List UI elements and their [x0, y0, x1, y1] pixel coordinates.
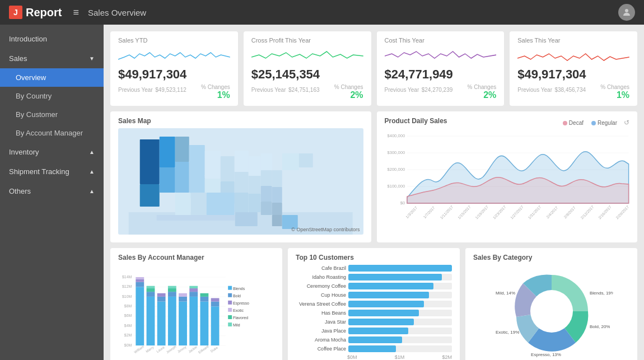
page-title: Sales Overview [88, 8, 618, 17]
svg-rect-118 [228, 308, 232, 312]
kpi-prev-value-3: $38,456,734 [554, 87, 586, 93]
top10-customers-card: Top 10 Customers Cafe Brazil Idaho Roast… [288, 248, 460, 360]
svg-rect-31 [272, 215, 282, 226]
sidebar-item-by-account-manager[interactable]: By Account Manager [0, 124, 104, 142]
product-chart-container: $400,000 $300,000 $200,000 $100,000 $0 [385, 130, 630, 237]
svg-rect-100 [200, 293, 208, 297]
kpi-prev-label-0: Previous Year [118, 87, 153, 93]
svg-text:$2M: $2M [124, 333, 132, 337]
svg-rect-11 [205, 151, 221, 179]
svg-rect-84 [157, 302, 166, 345]
sparkline-sales-this-year [517, 46, 629, 64]
svg-rect-122 [228, 322, 232, 326]
sidebar-item-by-country[interactable]: By Country [0, 87, 104, 105]
sidebar-label-others: Others [9, 187, 31, 195]
sidebar-item-others[interactable]: Others ▲ [0, 181, 104, 201]
svg-rect-101 [211, 306, 220, 345]
logo-j-letter: J [9, 6, 22, 19]
product-legend: Decaf Regular [563, 120, 617, 126]
svg-text:Mild, 14%: Mild, 14% [496, 291, 515, 296]
hbar-verena: Verena Street Coffee [296, 301, 452, 307]
kpi-change-val-0: 1% [201, 90, 230, 100]
kpi-change-label-0: % Changes [201, 84, 230, 90]
sidebar-item-sales[interactable]: Sales ▼ [0, 49, 104, 68]
svg-rect-88 [168, 292, 176, 297]
svg-rect-9 [189, 145, 205, 176]
sidebar-item-by-customer[interactable]: By Customer [0, 105, 104, 124]
kpi-card-sales-this-year: Sales This Year $49,917,304 Previous Yea… [510, 31, 637, 106]
bottom-row: Sales By Account Manager $14M $12M $10M … [110, 248, 637, 360]
sidebar-label-shipment-tracking: Shipment Tracking [9, 167, 69, 176]
kpi-title-cost: Cost This Year [385, 37, 497, 44]
hbar-x-1m: $1M [395, 354, 405, 360]
svg-rect-92 [179, 297, 187, 302]
svg-text:2/12/2017: 2/12/2017 [580, 205, 594, 220]
kpi-title-sales-ytd: Sales YTD [118, 37, 230, 44]
svg-text:2/16/2017: 2/16/2017 [598, 205, 612, 220]
svg-rect-103 [211, 298, 220, 301]
svg-text:Laura: Laura [156, 345, 165, 353]
hamburger-icon[interactable]: ≡ [73, 7, 79, 18]
middle-row: Sales Map [110, 111, 637, 242]
kpi-change-val-2: 2% [468, 90, 497, 100]
us-map-svg [118, 128, 363, 235]
sidebar-item-introduction[interactable]: Introduction [0, 29, 104, 49]
user-avatar[interactable] [618, 4, 635, 21]
donut-svg: Blends, 19% Bold, 20% Espresso, 13% Exot… [490, 261, 613, 359]
sidebar: Introduction Sales ▼ Overview By Country… [0, 25, 104, 360]
sidebar-item-shipment-tracking[interactable]: Shipment Tracking ▲ [0, 162, 104, 181]
svg-text:William: William [133, 344, 144, 354]
product-daily-sales-card: Product Daily Sales Decaf Regular ↺ $400… [377, 111, 638, 242]
account-manager-chart-svg: $14M $12M $10M $8M $6M $4M $2M $0M [118, 265, 274, 360]
svg-rect-21 [249, 156, 261, 176]
svg-rect-35 [235, 212, 258, 226]
header: J Report ≡ Sales Overview [0, 0, 644, 25]
svg-rect-15 [175, 193, 191, 215]
svg-text:Blends, 19%: Blends, 19% [590, 291, 613, 296]
sidebar-item-overview[interactable]: Overview [0, 68, 104, 87]
svg-rect-28 [272, 170, 282, 187]
svg-text:1/7/2017: 1/7/2017 [422, 205, 435, 219]
svg-text:Bold: Bold [233, 294, 241, 298]
sparkline-cost [385, 46, 497, 64]
svg-text:Bold, 20%: Bold, 20% [590, 324, 610, 329]
svg-text:$200,000: $200,000 [387, 167, 405, 172]
logo: J Report [9, 6, 62, 19]
svg-text:$100,000: $100,000 [387, 184, 405, 189]
kpi-card-cost: Cost This Year $24,771,949 Previous Year… [377, 31, 505, 106]
svg-text:$0M: $0M [124, 343, 132, 347]
kpi-prev-label-1: Previous Year [251, 87, 286, 93]
svg-rect-98 [200, 302, 208, 345]
svg-rect-27 [261, 202, 272, 215]
hbar-javastar: Java Star [296, 319, 452, 325]
svg-text:Exotic: Exotic [233, 308, 244, 312]
svg-rect-23 [249, 194, 261, 212]
svg-rect-24 [261, 153, 272, 170]
hbar-cafe-brazil: Cafe Brazil [296, 265, 452, 272]
donut-chart-area: Blends, 19% Bold, 20% Espresso, 13% Exot… [473, 265, 629, 354]
svg-rect-30 [272, 203, 282, 215]
svg-text:2/20/2017: 2/20/2017 [615, 205, 629, 220]
svg-rect-18 [235, 151, 249, 172]
kpi-value-cross-profit: $25,145,354 [251, 67, 363, 82]
sidebar-label-introduction: Introduction [9, 35, 47, 43]
svg-text:1/19/2017: 1/19/2017 [474, 205, 489, 220]
svg-text:Jackie: Jackie [188, 345, 198, 354]
kpi-title-sales-this-year: Sales This Year [517, 37, 629, 44]
sidebar-item-inventory[interactable]: Inventory ▲ [0, 142, 104, 162]
svg-text:1/3/2017: 1/3/2017 [405, 205, 418, 219]
svg-rect-120 [228, 315, 232, 319]
kpi-change-val-3: 1% [600, 90, 629, 100]
sidebar-label-inventory: Inventory [9, 148, 39, 156]
svg-text:1/27/2017: 1/27/2017 [510, 205, 524, 220]
refresh-icon[interactable]: ↺ [624, 119, 629, 127]
sidebar-label-by-customer: By Customer [16, 110, 58, 119]
hbar-x-0m: $0M [347, 354, 357, 360]
svg-rect-114 [228, 293, 232, 297]
legend-regular: Regular [598, 120, 617, 126]
svg-rect-93 [179, 293, 187, 297]
svg-rect-90 [168, 286, 176, 288]
svg-text:Exotic, 19%: Exotic, 19% [496, 330, 519, 335]
svg-text:$14M: $14M [122, 275, 132, 279]
account-manager-title: Sales By Account Manager [118, 254, 274, 261]
